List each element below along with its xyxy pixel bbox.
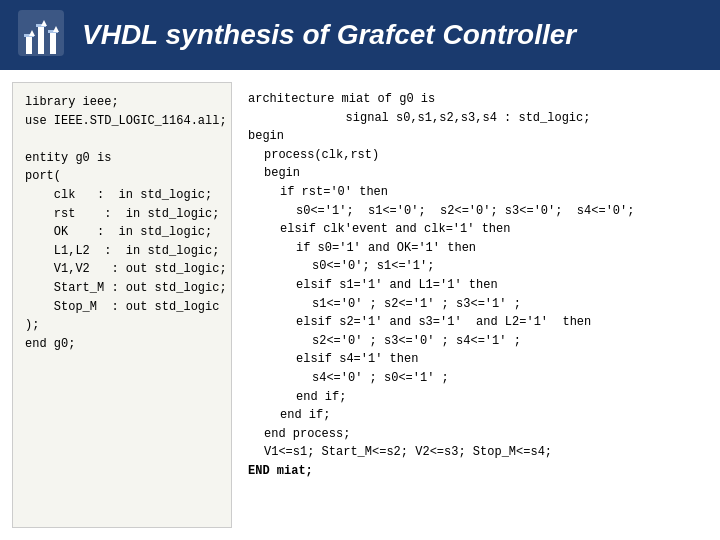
code-line: END miat; [248,462,692,481]
page-title: VHDL synthesis of Grafcet Controller [82,19,576,51]
code-line: use IEEE.STD_LOGIC_1164.all; [25,112,219,131]
code-line: s1<='0' ; s2<='1' ; s3<='1' ; [248,295,692,314]
code-line [25,130,219,149]
code-line: OK : in std_logic; [25,223,219,242]
code-line: begin [248,164,692,183]
main-content: library ieee; use IEEE.STD_LOGIC_1164.al… [0,70,720,540]
code-line: architecture miat of g0 is [248,90,692,109]
code-line: s4<='0' ; s0<='1' ; [248,369,692,388]
code-line: clk : in std_logic; [25,186,219,205]
code-line: begin [248,127,692,146]
header-logo [16,8,66,62]
code-line: elsif s1='1' and L1='1' then [248,276,692,295]
code-line: Stop_M : out std_logic [25,298,219,317]
code-line: s0<='0'; s1<='1'; [248,257,692,276]
code-line: port( [25,167,219,186]
code-line: end if; [248,388,692,407]
code-line: s2<='0' ; s3<='0' ; s4<='1' ; [248,332,692,351]
right-code-panel: architecture miat of g0 is signal s0,s1,… [232,82,708,528]
code-line: ); [25,316,219,335]
code-line: end g0; [25,335,219,354]
code-line: if rst='0' then [248,183,692,202]
code-line: V1,V2 : out std_logic; [25,260,219,279]
code-line: elsif s2='1' and s3='1' and L2='1' then [248,313,692,332]
code-line: entity g0 is [25,149,219,168]
code-line: end if; [248,406,692,425]
code-line: end process; [248,425,692,444]
code-line: if s0='1' and OK='1' then [248,239,692,258]
svg-rect-3 [50,32,56,54]
code-line: signal s0,s1,s2,s3,s4 : std_logic; [248,109,692,128]
svg-rect-1 [26,36,32,54]
code-line: elsif clk'event and clk='1' then [248,220,692,239]
header: VHDL synthesis of Grafcet Controller [0,0,720,70]
left-code-panel: library ieee; use IEEE.STD_LOGIC_1164.al… [12,82,232,528]
code-line: rst : in std_logic; [25,205,219,224]
code-line: library ieee; [25,93,219,112]
code-line: s0<='1'; s1<='0'; s2<='0'; s3<='0'; s4<=… [248,202,692,221]
code-line: V1<=s1; Start_M<=s2; V2<=s3; Stop_M<=s4; [248,443,692,462]
svg-rect-2 [38,26,44,54]
code-line: L1,L2 : in std_logic; [25,242,219,261]
code-line: elsif s4='1' then [248,350,692,369]
code-line: Start_M : out std_logic; [25,279,219,298]
code-line: process(clk,rst) [248,146,692,165]
